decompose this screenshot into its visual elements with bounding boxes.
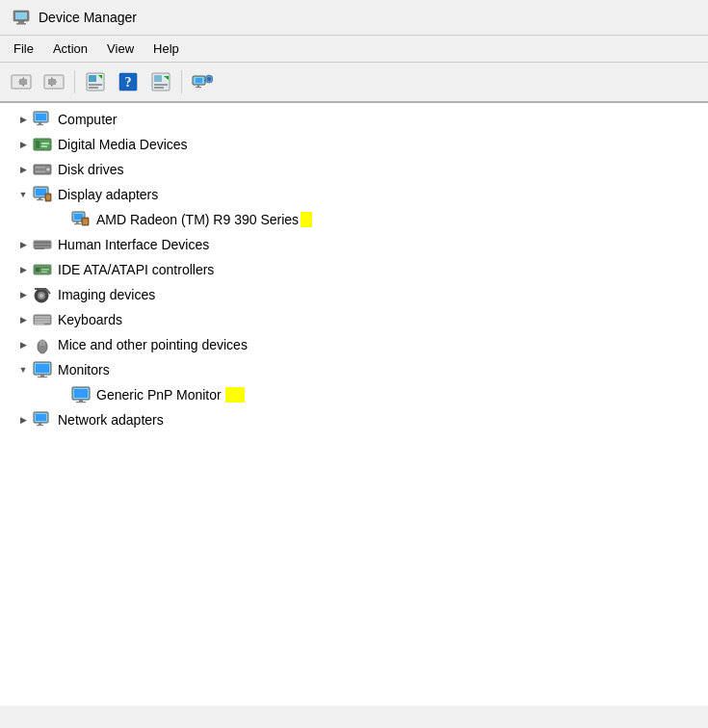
svg-text:?: ? [125, 75, 132, 90]
svg-rect-18 [154, 75, 162, 82]
monitors-label: Monitors [58, 362, 110, 377]
tree-item-digital-media[interactable]: Digital Media Devices [0, 132, 708, 157]
run-icon [150, 71, 171, 92]
run-button[interactable] [145, 66, 176, 97]
tree-item-generic-pnp[interactable]: Generic PnP Monitor [0, 382, 708, 407]
help-button[interactable]: ? [113, 66, 144, 97]
ide-label: IDE ATA/ATAPI controllers [58, 262, 214, 277]
forward-icon [43, 71, 65, 92]
generic-pnp-label: Generic PnP Monitor [96, 387, 245, 403]
tree-container[interactable]: Computer Digital Media Devices Disk driv… [0, 103, 708, 706]
toggle-monitors[interactable] [15, 362, 31, 377]
hid-icon [33, 235, 52, 254]
svg-rect-54 [35, 242, 50, 244]
network-button[interactable] [187, 66, 218, 97]
svg-rect-32 [37, 124, 43, 125]
svg-rect-14 [89, 87, 98, 89]
svg-rect-43 [39, 197, 41, 199]
toggle-network-adapters[interactable] [15, 412, 31, 428]
hid-label: Human Interface Devices [58, 237, 209, 252]
svg-point-64 [39, 294, 43, 298]
svg-rect-2 [18, 21, 24, 23]
computer-label: Computer [58, 112, 117, 127]
tree-item-display-adapters[interactable]: Display adapters [0, 182, 708, 207]
amd-radeon-icon [71, 210, 91, 229]
keyboards-label: Keyboards [58, 312, 122, 327]
svg-rect-59 [36, 268, 39, 272]
svg-rect-3 [16, 23, 26, 25]
svg-point-27 [207, 77, 211, 81]
toggle-keyboards[interactable] [15, 312, 31, 327]
menu-file[interactable]: File [4, 39, 43, 59]
generic-pnp-icon [71, 385, 91, 404]
monitors-icon [33, 360, 52, 379]
tree-item-imaging[interactable]: Imaging devices [0, 282, 708, 307]
toolbar: ? [0, 63, 708, 103]
properties-icon [85, 71, 106, 92]
svg-rect-21 [154, 87, 164, 89]
svg-rect-70 [35, 322, 50, 324]
svg-rect-81 [79, 400, 83, 402]
tree-item-ide[interactable]: IDE ATA/ATAPI controllers [0, 257, 708, 282]
svg-rect-55 [35, 245, 50, 247]
svg-rect-35 [41, 143, 49, 144]
menu-view[interactable]: View [97, 39, 144, 59]
tree-item-keyboards[interactable]: Keyboards [0, 307, 708, 332]
toggle-mice[interactable] [15, 337, 31, 352]
disk-drives-label: Disk drives [58, 162, 123, 177]
svg-rect-13 [89, 84, 102, 86]
svg-rect-25 [196, 87, 201, 88]
toggle-ide[interactable] [15, 262, 31, 277]
svg-rect-69 [35, 319, 50, 321]
network-adapters-icon [33, 410, 52, 429]
svg-rect-50 [74, 223, 81, 224]
toggle-imaging[interactable] [15, 287, 31, 302]
digital-media-label: Digital Media Devices [58, 137, 188, 152]
amd-highlight [301, 212, 312, 227]
tree-item-amd-radeon[interactable]: AMD Radeon (TM) R9 390 Series [0, 207, 708, 232]
toggle-computer[interactable] [15, 112, 31, 127]
svg-rect-71 [35, 324, 44, 325]
forward-button[interactable] [39, 66, 69, 97]
window-title: Device Manager [39, 10, 137, 25]
toggle-disk-drives[interactable] [15, 162, 31, 177]
svg-rect-78 [38, 377, 47, 377]
svg-rect-40 [36, 169, 45, 171]
pnp-highlight [225, 387, 245, 403]
menu-action[interactable]: Action [43, 39, 97, 59]
network-icon [192, 71, 213, 92]
svg-line-28 [204, 80, 205, 81]
mouse-icon [33, 335, 52, 354]
back-icon [11, 71, 32, 92]
tree-item-computer[interactable]: Computer [0, 107, 708, 132]
svg-rect-30 [36, 114, 46, 120]
tree-item-monitors[interactable]: Monitors [0, 357, 708, 382]
svg-rect-76 [36, 364, 49, 373]
tree-item-disk-drives[interactable]: Disk drives [0, 157, 708, 182]
menu-help[interactable]: Help [144, 39, 189, 59]
svg-rect-36 [41, 145, 47, 147]
back-button[interactable] [6, 66, 37, 97]
svg-rect-11 [89, 75, 96, 82]
svg-rect-86 [37, 425, 43, 426]
properties-button[interactable] [80, 66, 111, 97]
toggle-hid[interactable] [15, 237, 31, 252]
toggle-display-adapters[interactable] [15, 187, 31, 202]
svg-rect-60 [41, 269, 49, 271]
tree-item-network-adapters[interactable]: Network adapters [0, 407, 708, 432]
tree-item-hid[interactable]: Human Interface Devices [0, 232, 708, 257]
digital-media-icon [33, 135, 52, 154]
computer-icon [33, 110, 52, 129]
toolbar-sep-2 [181, 70, 182, 93]
svg-rect-84 [36, 414, 46, 421]
svg-point-39 [46, 168, 50, 171]
svg-rect-77 [40, 375, 44, 377]
mice-label: Mice and other pointing devices [58, 337, 248, 352]
amd-radeon-label: AMD Radeon (TM) R9 390 Series [96, 212, 312, 227]
toggle-digital-media[interactable] [15, 137, 31, 152]
tree-item-mice[interactable]: Mice and other pointing devices [0, 332, 708, 357]
svg-rect-80 [74, 389, 88, 398]
imaging-icon [33, 285, 52, 304]
svg-rect-46 [46, 195, 50, 200]
svg-rect-61 [41, 272, 47, 273]
